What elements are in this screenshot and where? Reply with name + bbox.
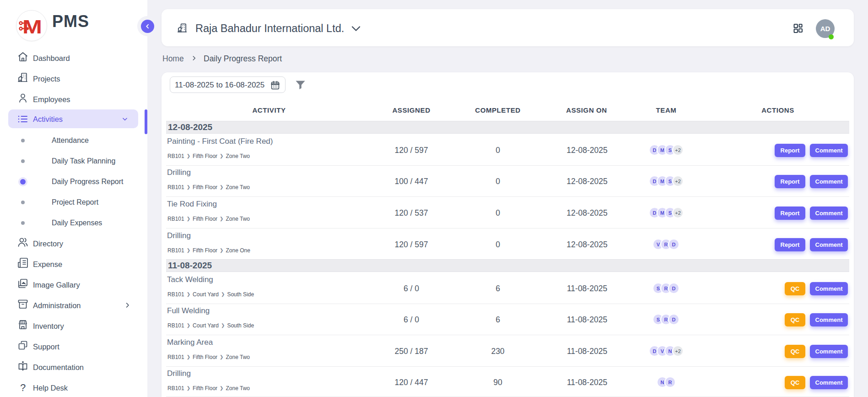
svg-text:M: M — [22, 16, 42, 38]
